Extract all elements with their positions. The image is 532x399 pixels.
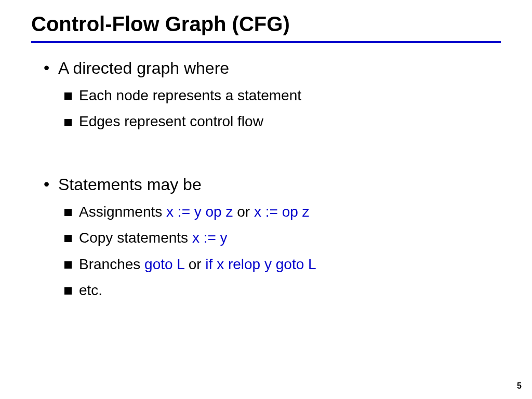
bullet-dot-icon: • xyxy=(44,175,58,193)
bullet-level1: • A directed graph where xyxy=(44,59,501,78)
slide: Control-Flow Graph (CFG) • A directed gr… xyxy=(0,0,532,399)
bullet-text: Each node represents a statement xyxy=(79,86,301,105)
bullet-text: etc. xyxy=(79,281,102,300)
bullet-level2: Assignments x := y op z or x := op z xyxy=(64,203,501,221)
bullet-square-icon xyxy=(64,92,72,100)
bullet-text: Statements may be xyxy=(58,175,202,194)
bullet-text: Branches goto L or if x relop y goto L xyxy=(79,255,316,274)
title-underline xyxy=(31,41,501,43)
bullet-square-icon xyxy=(64,287,72,295)
slide-title: Control-Flow Graph (CFG) xyxy=(31,12,501,36)
bullet-dot-icon: • xyxy=(44,59,58,77)
bullet-level2: Each node represents a statement xyxy=(64,86,501,105)
bullet-square-icon xyxy=(64,119,72,126)
bullet-level1: • Statements may be xyxy=(44,175,501,194)
bullet-level2: etc. xyxy=(64,281,501,300)
slide-content: • A directed graph where Each node repre… xyxy=(31,59,501,300)
page-number: 5 xyxy=(517,381,522,391)
bullet-level2: Copy statements x := y xyxy=(64,229,501,247)
bullet-square-icon xyxy=(64,209,72,216)
bullet-level2: Branches goto L or if x relop y goto L xyxy=(64,255,501,274)
bullet-text: Copy statements x := y xyxy=(79,229,228,247)
bullet-level2: Edges represent control flow xyxy=(64,112,501,131)
bullet-text: Edges represent control flow xyxy=(79,112,263,131)
bullet-square-icon xyxy=(64,235,72,242)
bullet-text: A directed graph where xyxy=(58,59,229,78)
bullet-square-icon xyxy=(64,261,72,269)
bullet-text: Assignments x := y op z or x := op z xyxy=(79,203,310,221)
